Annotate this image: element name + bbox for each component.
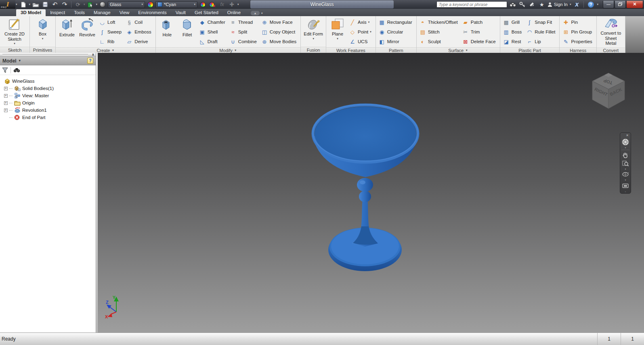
tab-environments[interactable]: Environments: [134, 9, 171, 16]
material-sphere-icon[interactable]: [98, 1, 107, 8]
extrude-button[interactable]: Extrude: [57, 17, 77, 38]
boss-button[interactable]: Boss: [502, 27, 524, 37]
snap-fit-button[interactable]: Snap Fit: [525, 17, 558, 27]
mirror-button[interactable]: Mirror: [378, 37, 415, 46]
rule-fillet-button[interactable]: Rule Fillet: [525, 27, 558, 37]
panel-label-pattern[interactable]: Pattern: [376, 47, 416, 53]
select-caret-icon[interactable]: ▾: [96, 3, 98, 6]
zoom-icon[interactable]: [620, 159, 631, 167]
pan-hand-icon[interactable]: [620, 151, 631, 159]
color-wheel-icon[interactable]: [146, 1, 155, 8]
expand-icon[interactable]: +: [4, 87, 8, 90]
stitch-button[interactable]: Stitch: [418, 27, 460, 37]
viewport-3d[interactable]: TOP RIGHT BACK ✕ ▾ ▾: [98, 53, 644, 332]
look-at-icon[interactable]: [620, 182, 631, 190]
find-binoculars-icon[interactable]: [13, 67, 20, 73]
tab-get-started[interactable]: Get Started: [190, 9, 223, 16]
browser-header-caret-icon[interactable]: ▼: [18, 59, 21, 63]
navigation-wheel-icon[interactable]: [620, 138, 631, 146]
restore-button[interactable]: [615, 1, 626, 8]
properties-button[interactable]: Properties: [561, 37, 594, 46]
rest-button[interactable]: Rest: [502, 37, 524, 46]
help-button[interactable]: ?: [587, 1, 595, 8]
edit-form-button[interactable]: Edit Form ▾: [302, 17, 324, 41]
coil-button[interactable]: Coil: [125, 17, 154, 27]
splitter-grab[interactable]: [2, 54, 88, 55]
browser-close-icon[interactable]: x: [90, 52, 96, 56]
minimize-button[interactable]: —: [603, 1, 614, 8]
tree-item-revolution1[interactable]: + Revolution1: [1, 107, 95, 114]
navbar-close-icon[interactable]: ✕: [626, 134, 631, 138]
tab-vault[interactable]: Vault: [171, 9, 190, 16]
trim-button[interactable]: Trim: [461, 27, 498, 37]
zoom-caret-icon[interactable]: ▾: [625, 167, 626, 170]
panel-label-create[interactable]: Create▼: [56, 47, 155, 53]
panel-label-plastic-part[interactable]: Plastic Part: [500, 47, 560, 53]
close-button[interactable]: ✕: [626, 1, 643, 8]
plane-button[interactable]: Plane ▾: [328, 17, 347, 41]
favorites-star-icon[interactable]: ★: [538, 1, 546, 8]
panel-label-harness[interactable]: Harness: [560, 47, 596, 53]
tree-item-origin[interactable]: + Origin: [1, 99, 95, 107]
point-button[interactable]: Point▾: [348, 27, 374, 37]
emboss-button[interactable]: Emboss: [125, 27, 154, 37]
application-menu-button[interactable]: I PRO: [0, 0, 15, 9]
orbit-icon[interactable]: [620, 170, 631, 178]
sweep-button[interactable]: Sweep: [98, 27, 124, 37]
tab-view[interactable]: View: [115, 9, 134, 16]
exchange-apps-icon[interactable]: X: [573, 1, 581, 8]
appearance-dropdown[interactable]: *Cyan ▾: [155, 1, 197, 8]
filter-icon[interactable]: [2, 67, 8, 73]
new-file-caret-icon[interactable]: ▾: [29, 3, 31, 6]
thread-button[interactable]: Thread: [229, 17, 259, 27]
rectangular-pattern-button[interactable]: Rectangular: [378, 17, 415, 27]
orbit-caret-icon[interactable]: ▾: [625, 178, 626, 181]
convert-to-sheet-metal-button[interactable]: Convert to Sheet Metal: [598, 17, 623, 47]
ribbon-collapse-button[interactable]: ▲ ▾: [251, 11, 263, 15]
split-button[interactable]: Split: [229, 27, 259, 37]
sculpt-button[interactable]: Sculpt: [418, 37, 460, 46]
move-bodies-button[interactable]: Move Bodies: [260, 37, 299, 46]
undo-button[interactable]: ↶: [50, 1, 59, 8]
copy-object-button[interactable]: Copy Object: [260, 27, 299, 37]
navbar-caret-icon[interactable]: ▾: [625, 146, 626, 149]
tab-manage[interactable]: Manage: [89, 9, 115, 16]
loft-button[interactable]: Loft: [98, 17, 124, 27]
navbar-more-caret-icon[interactable]: ⌄: [624, 190, 626, 192]
qat-customize-caret-icon[interactable]: ▾: [237, 3, 239, 6]
panel-label-sketch[interactable]: Sketch: [0, 47, 29, 53]
patch-button[interactable]: Patch: [461, 17, 498, 27]
shell-button[interactable]: Shell: [198, 27, 228, 37]
rib-button[interactable]: Rib: [98, 37, 124, 46]
help-search-input[interactable]: [436, 1, 507, 8]
ucs-button[interactable]: UCS: [348, 37, 374, 46]
thicken-offset-button[interactable]: Thicken/Offset: [418, 17, 460, 27]
viewcube[interactable]: TOP RIGHT BACK: [591, 72, 626, 109]
tree-item-wineglass[interactable]: WineGlass: [1, 77, 95, 85]
draft-button[interactable]: Draft: [198, 37, 228, 46]
tree-item-end-of-part[interactable]: End of Part: [1, 114, 95, 121]
key-icon[interactable]: [518, 1, 527, 8]
revolve-button[interactable]: Revolve: [78, 17, 97, 38]
chamfer-button[interactable]: Chamfer: [198, 17, 228, 27]
panel-label-fusion[interactable]: Fusion: [301, 47, 326, 53]
tree-item-solid-bodies[interactable]: + Solid Bodies(1): [1, 85, 95, 92]
browser-help-icon[interactable]: ?: [87, 58, 93, 64]
expand-icon[interactable]: +: [4, 101, 8, 105]
adjust-appearance-icon[interactable]: [198, 1, 207, 8]
clear-appearance-icon[interactable]: ✕: [208, 1, 217, 8]
satellite-icon[interactable]: [528, 1, 536, 8]
expand-icon[interactable]: +: [4, 109, 8, 112]
create-2d-sketch-button[interactable]: Create 2D Sketch ▾: [2, 17, 27, 46]
panel-label-surface[interactable]: Surface▼: [417, 47, 500, 53]
panel-label-primitives[interactable]: Primitives: [30, 47, 55, 53]
box-button[interactable]: Box ▾: [33, 17, 52, 41]
tree-item-view-master[interactable]: + View: Master: [1, 92, 95, 99]
browser-splitter[interactable]: x: [0, 53, 96, 56]
update-button[interactable]: ⟳: [73, 1, 82, 8]
redo-button[interactable]: ↷: [60, 1, 69, 8]
move-face-button[interactable]: Move Face: [260, 17, 299, 27]
browser-header[interactable]: Model ▼ ?: [0, 56, 96, 65]
derive-button[interactable]: Derive: [125, 37, 154, 46]
update-caret-icon[interactable]: ▾: [84, 3, 85, 6]
